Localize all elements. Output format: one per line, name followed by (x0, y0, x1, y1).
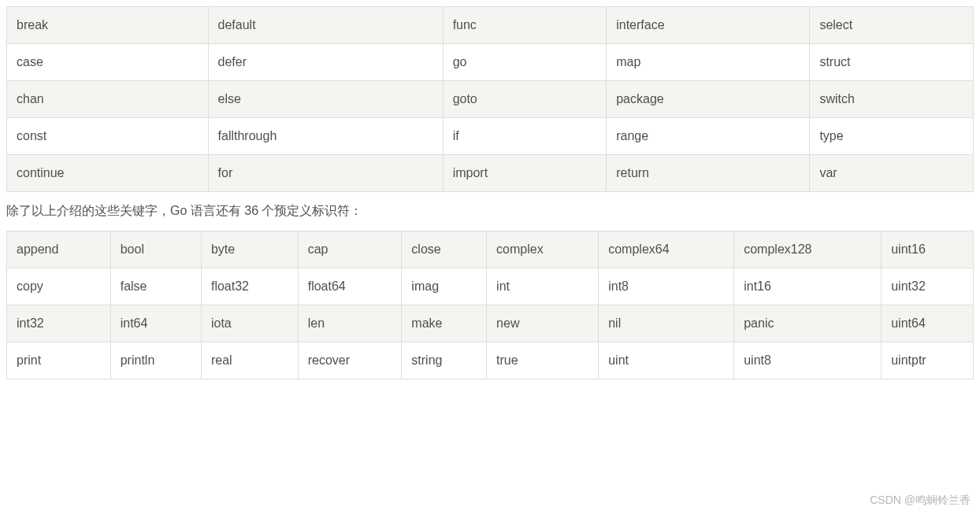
table-cell: uint16 (882, 231, 974, 268)
table-row: int32 int64 iota len make new nil panic … (7, 305, 974, 342)
table-row: case defer go map struct (7, 44, 974, 81)
table-cell: uintptr (882, 342, 974, 379)
table-cell: import (443, 155, 607, 192)
table-cell: complex (487, 231, 599, 268)
table-cell: const (7, 118, 209, 155)
table-cell: else (208, 81, 443, 118)
table-row: break default func interface select (7, 7, 974, 44)
table-cell: chan (7, 81, 209, 118)
table-cell: continue (7, 155, 209, 192)
table-cell: complex64 (599, 231, 734, 268)
table-cell: type (810, 118, 974, 155)
table-cell: range (607, 118, 810, 155)
table-cell: bool (110, 231, 201, 268)
table-cell: new (487, 305, 599, 342)
table-row: chan else goto package switch (7, 81, 974, 118)
table-row: print println real recover string true u… (7, 342, 974, 379)
table-cell: append (7, 231, 111, 268)
table-cell: for (208, 155, 443, 192)
table-cell: recover (298, 342, 402, 379)
identifiers-table: append bool byte cap close complex compl… (6, 231, 974, 379)
keywords-table: break default func interface select case… (6, 6, 974, 192)
table-cell: println (110, 342, 201, 379)
table-cell: goto (443, 81, 607, 118)
table-cell: interface (607, 7, 810, 44)
table-cell: uint32 (882, 268, 974, 305)
table-cell: panic (734, 305, 882, 342)
table-cell: float64 (298, 268, 402, 305)
table-cell: switch (810, 81, 974, 118)
table-cell: struct (810, 44, 974, 81)
table-cell: defer (208, 44, 443, 81)
table-cell: break (7, 7, 209, 44)
table-cell: map (607, 44, 810, 81)
table-cell: package (607, 81, 810, 118)
table-cell: int32 (7, 305, 111, 342)
table-cell: uint64 (882, 305, 974, 342)
table-row: copy false float32 float64 imag int int8… (7, 268, 974, 305)
table-cell: real (201, 342, 298, 379)
table-cell: uint (599, 342, 734, 379)
table-cell: false (110, 268, 201, 305)
table-cell: cap (298, 231, 402, 268)
table-cell: go (443, 44, 607, 81)
table-cell: int64 (110, 305, 201, 342)
table-cell: byte (201, 231, 298, 268)
table-cell: select (810, 7, 974, 44)
table-cell: if (443, 118, 607, 155)
table-cell: float32 (201, 268, 298, 305)
table-cell: iota (201, 305, 298, 342)
table-cell: int16 (734, 268, 882, 305)
table-cell: int (487, 268, 599, 305)
table-cell: true (487, 342, 599, 379)
table-cell: uint8 (734, 342, 882, 379)
table-cell: complex128 (734, 231, 882, 268)
table-cell: imag (402, 268, 487, 305)
table-cell: default (208, 7, 443, 44)
table-cell: int8 (599, 268, 734, 305)
table-row: continue for import return var (7, 155, 974, 192)
table-cell: len (298, 305, 402, 342)
table-cell: string (402, 342, 487, 379)
table-cell: print (7, 342, 111, 379)
table-row: const fallthrough if range type (7, 118, 974, 155)
table-cell: case (7, 44, 209, 81)
table-cell: var (810, 155, 974, 192)
table-cell: close (402, 231, 487, 268)
intro-text: 除了以上介绍的这些关键字，Go 语言还有 36 个预定义标识符： (6, 203, 974, 220)
table-cell: nil (599, 305, 734, 342)
table-row: append bool byte cap close complex compl… (7, 231, 974, 268)
table-cell: copy (7, 268, 111, 305)
table-cell: fallthrough (208, 118, 443, 155)
table-cell: make (402, 305, 487, 342)
table-cell: return (607, 155, 810, 192)
table-cell: func (443, 7, 607, 44)
